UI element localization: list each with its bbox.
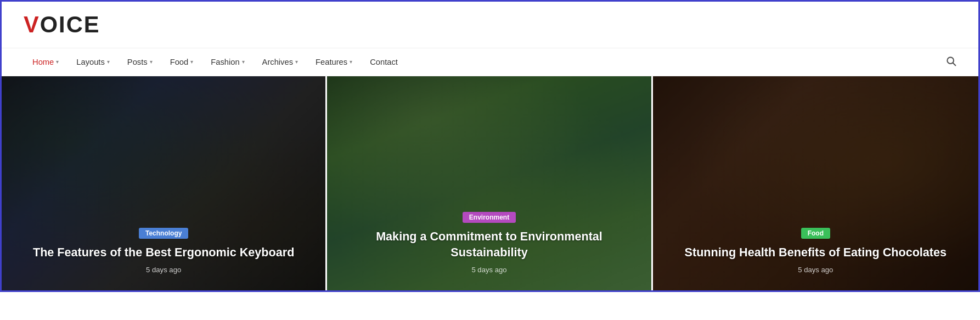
nav-label-posts: Posts [127, 48, 148, 76]
search-button[interactable] [945, 55, 956, 69]
chevron-down-icon: ▾ [242, 48, 245, 76]
nav-link-archives[interactable]: Archives ▾ [254, 48, 307, 76]
card-2[interactable]: Environment Making a Commitment to Envir… [327, 76, 652, 290]
card-3-title: Stunning Health Benefits of Eating Choco… [668, 244, 963, 260]
nav-item-food[interactable]: Food ▾ [161, 48, 202, 76]
nav-item-home[interactable]: Home ▾ [24, 48, 67, 76]
card-1-content: Technology The Features of the Best Ergo… [2, 215, 325, 290]
logo-v: V [24, 12, 40, 37]
nav-item-layouts[interactable]: Layouts ▾ [67, 48, 119, 76]
nav-label-archives: Archives [262, 48, 293, 76]
featured-cards-grid: Technology The Features of the Best Ergo… [2, 76, 978, 290]
nav-link-home[interactable]: Home ▾ [24, 48, 67, 76]
chevron-down-icon: ▾ [150, 48, 153, 76]
card-3-content: Food Stunning Health Benefits of Eating … [653, 215, 978, 290]
site-logo[interactable]: VOICE [24, 12, 100, 38]
chevron-down-icon: ▾ [56, 48, 59, 76]
nav-label-food: Food [170, 48, 189, 76]
nav-link-features[interactable]: Features ▾ [307, 48, 361, 76]
nav-item-features[interactable]: Features ▾ [307, 48, 361, 76]
nav-label-layouts: Layouts [76, 48, 105, 76]
nav-link-posts[interactable]: Posts ▾ [119, 48, 161, 76]
chevron-down-icon: ▾ [107, 48, 110, 76]
nav-item-posts[interactable]: Posts ▾ [119, 48, 161, 76]
nav-label-features: Features [316, 48, 347, 76]
nav-links-list: Home ▾ Layouts ▾ Posts ▾ Food ▾ Fashion [24, 48, 407, 76]
card-2-category-badge[interactable]: Environment [463, 212, 516, 223]
card-1[interactable]: Technology The Features of the Best Ergo… [2, 76, 327, 290]
card-1-category-badge[interactable]: Technology [139, 228, 188, 239]
card-3-meta: 5 days ago [668, 266, 963, 274]
logo-rest: OICE [40, 12, 100, 37]
nav-item-archives[interactable]: Archives ▾ [254, 48, 307, 76]
card-2-content: Environment Making a Commitment to Envir… [327, 199, 651, 290]
search-icon [945, 55, 956, 66]
nav-label-contact: Contact [370, 48, 398, 76]
chevron-down-icon: ▾ [295, 48, 298, 76]
site-header: VOICE [2, 2, 978, 48]
chevron-down-icon: ▾ [350, 48, 352, 76]
nav-label-fashion: Fashion [211, 48, 239, 76]
nav-link-food[interactable]: Food ▾ [161, 48, 202, 76]
card-1-meta: 5 days ago [17, 266, 310, 274]
nav-link-contact[interactable]: Contact [361, 48, 407, 76]
card-2-title: Making a Commitment to Environmental Sus… [342, 228, 635, 260]
main-nav: Home ▾ Layouts ▾ Posts ▾ Food ▾ Fashion [2, 48, 978, 76]
svg-line-1 [953, 63, 956, 65]
nav-link-layouts[interactable]: Layouts ▾ [67, 48, 119, 76]
card-3-category-badge[interactable]: Food [801, 228, 830, 239]
chevron-down-icon: ▾ [190, 48, 193, 76]
nav-link-fashion[interactable]: Fashion ▾ [202, 48, 253, 76]
card-1-title: The Features of the Best Ergonomic Keybo… [17, 244, 310, 260]
nav-item-fashion[interactable]: Fashion ▾ [202, 48, 253, 76]
card-2-meta: 5 days ago [342, 266, 635, 274]
card-3[interactable]: Food Stunning Health Benefits of Eating … [653, 76, 978, 290]
nav-item-contact[interactable]: Contact [361, 48, 407, 76]
nav-label-home: Home [32, 48, 54, 76]
